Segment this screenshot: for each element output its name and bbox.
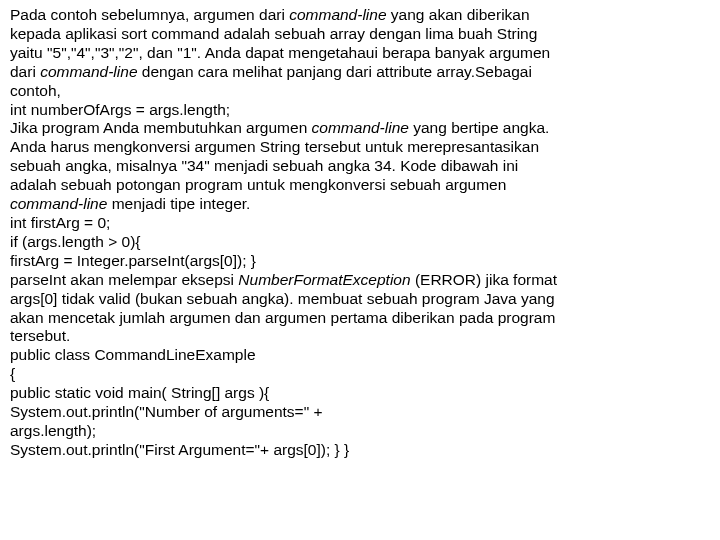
text: int numberOfArgs = args.length;: [10, 101, 230, 118]
text-line: args.length);: [10, 422, 712, 441]
italic-text: command-line: [10, 195, 107, 212]
italic-text: command-line: [289, 6, 386, 23]
text: Pada contoh sebelumnya, argumen dari: [10, 6, 289, 23]
text: args[0] tidak valid (bukan sebuah angka)…: [10, 290, 555, 307]
text-line: sebuah angka, misalnya "34" menjadi sebu…: [10, 157, 712, 176]
text-line: Pada contoh sebelumnya, argumen dari com…: [10, 6, 712, 25]
italic-text: command-line: [312, 119, 409, 136]
text: yang bertipe angka.: [409, 119, 549, 136]
text-line: System.out.println("Number of arguments=…: [10, 403, 712, 422]
text: int firstArg = 0;: [10, 214, 110, 231]
text: Anda harus mengkonversi argumen String t…: [10, 138, 539, 155]
italic-text: command-line: [40, 63, 137, 80]
text: contoh,: [10, 82, 61, 99]
text: (ERROR) jika format: [411, 271, 557, 288]
text: System.out.println("Number of arguments=…: [10, 403, 323, 420]
text-line: tersebut.: [10, 327, 712, 346]
document-page: Pada contoh sebelumnya, argumen dari com…: [0, 0, 720, 468]
text-line: command-line menjadi tipe integer.: [10, 195, 712, 214]
text-line: Jika program Anda membutuhkan argumen co…: [10, 119, 712, 138]
text: public static void main( String[] args )…: [10, 384, 269, 401]
text: yang akan diberikan: [387, 6, 530, 23]
text: adalah sebuah potongan program untuk men…: [10, 176, 506, 193]
text: if (args.length > 0){: [10, 233, 141, 250]
text-line: kepada aplikasi sort command adalah sebu…: [10, 25, 712, 44]
text-line: akan mencetak jumlah argumen dan argumen…: [10, 309, 712, 328]
text-line: int numberOfArgs = args.length;: [10, 101, 712, 120]
text-line: dari command-line dengan cara melihat pa…: [10, 63, 712, 82]
text: menjadi tipe integer.: [107, 195, 250, 212]
text-line: if (args.length > 0){: [10, 233, 712, 252]
text-line: System.out.println("First Argument="+ ar…: [10, 441, 712, 460]
text-line: public class CommandLineExample: [10, 346, 712, 365]
document-body: Pada contoh sebelumnya, argumen dari com…: [10, 6, 712, 460]
text-line: args[0] tidak valid (bukan sebuah angka)…: [10, 290, 712, 309]
text-line: parseInt akan melempar eksepsi NumberFor…: [10, 271, 712, 290]
text: args.length);: [10, 422, 96, 439]
text: akan mencetak jumlah argumen dan argumen…: [10, 309, 555, 326]
text-line: {: [10, 365, 712, 384]
text-line: int firstArg = 0;: [10, 214, 712, 233]
text: dengan cara melihat panjang dari attribu…: [138, 63, 532, 80]
text-line: Anda harus mengkonversi argumen String t…: [10, 138, 712, 157]
text: System.out.println("First Argument="+ ar…: [10, 441, 349, 458]
text-line: contoh,: [10, 82, 712, 101]
text: parseInt akan melempar eksepsi: [10, 271, 238, 288]
text: public class CommandLineExample: [10, 346, 256, 363]
italic-text: NumberFormatException: [238, 271, 410, 288]
text: kepada aplikasi sort command adalah sebu…: [10, 25, 537, 42]
text: {: [10, 365, 15, 382]
text: firstArg = Integer.parseInt(args[0]); }: [10, 252, 256, 269]
text-line: adalah sebuah potongan program untuk men…: [10, 176, 712, 195]
text-line: firstArg = Integer.parseInt(args[0]); }: [10, 252, 712, 271]
text: dari: [10, 63, 40, 80]
text: sebuah angka, misalnya "34" menjadi sebu…: [10, 157, 518, 174]
text: tersebut.: [10, 327, 70, 344]
text-line: yaitu "5","4","3","2", dan "1". Anda dap…: [10, 44, 712, 63]
text: Jika program Anda membutuhkan argumen: [10, 119, 312, 136]
text-line: public static void main( String[] args )…: [10, 384, 712, 403]
text: yaitu "5","4","3","2", dan "1". Anda dap…: [10, 44, 550, 61]
